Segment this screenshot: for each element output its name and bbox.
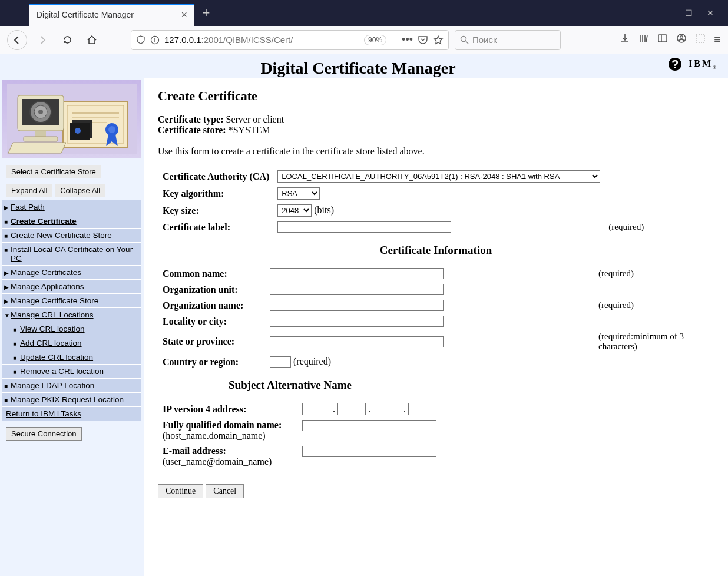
nav-item[interactable]: Return to IBM i Tasks xyxy=(2,407,141,421)
cancel-button[interactable]: Cancel xyxy=(206,484,244,498)
close-tab-icon[interactable]: × xyxy=(181,9,187,21)
state-label: State or province: xyxy=(159,330,265,353)
ip-oct2[interactable] xyxy=(337,403,366,415)
screenshot-icon[interactable] xyxy=(695,33,706,47)
ip-oct3[interactable] xyxy=(373,403,401,415)
nav-link[interactable]: Return to IBM i Tasks xyxy=(6,409,81,418)
ip-oct1[interactable] xyxy=(302,403,330,415)
nav-link[interactable]: View CRL location xyxy=(20,325,85,333)
svg-point-1 xyxy=(154,38,155,39)
nav-item[interactable]: ■Manage PKIX Request Location xyxy=(2,393,141,407)
collapse-all-button[interactable]: Collapse All xyxy=(55,184,105,197)
ou-input[interactable] xyxy=(270,284,444,295)
nav-link[interactable]: Install Local CA Certificate on Your PC xyxy=(11,245,133,263)
menu-icon[interactable]: ≡ xyxy=(714,33,721,47)
country-input[interactable] xyxy=(270,356,291,368)
email-label: E-mail address: xyxy=(163,446,226,456)
pocket-icon[interactable] xyxy=(418,35,428,45)
fqdn-input[interactable] xyxy=(302,420,436,431)
nav-item[interactable]: ▶Fast Path xyxy=(2,200,141,214)
maximize-icon[interactable]: ☐ xyxy=(685,8,693,18)
ellipsis-icon[interactable]: ••• xyxy=(402,34,413,46)
svg-point-22 xyxy=(38,110,43,114)
nav-link[interactable]: Manage Applications xyxy=(11,282,84,291)
account-icon[interactable] xyxy=(676,33,687,47)
search-icon xyxy=(460,35,469,44)
continue-button[interactable]: Continue xyxy=(158,484,203,498)
loc-input[interactable] xyxy=(270,316,444,327)
ou-label: Organization unit: xyxy=(159,282,265,297)
nav-link[interactable]: Manage CRL Locations xyxy=(11,310,94,319)
bullet-icon: ■ xyxy=(4,219,8,225)
svg-point-3 xyxy=(461,37,466,42)
window-controls: — ☐ ✕ xyxy=(663,8,728,18)
nav-item[interactable]: ▶Manage Certificates xyxy=(2,266,141,280)
reload-button[interactable] xyxy=(58,31,77,49)
nav-item[interactable]: ▶Manage Certificate Store xyxy=(2,294,141,308)
email-input[interactable] xyxy=(302,446,436,457)
help-icon[interactable]: ? xyxy=(669,58,681,71)
address-bar[interactable]: 127.0.0.1:2001/QIBM/ICSS/Cert/ 90% ••• xyxy=(131,30,449,50)
close-window-icon[interactable]: ✕ xyxy=(707,8,714,18)
san-heading: Subject Alternative Name xyxy=(229,379,714,392)
nav-link[interactable]: Remove a CRL location xyxy=(20,367,104,376)
bullet-icon: ■ xyxy=(13,326,16,333)
nav-subitem[interactable]: ■Add CRL location xyxy=(2,336,141,350)
nav-item[interactable]: ■Create New Certificate Store xyxy=(2,229,141,243)
new-tab-button[interactable]: + xyxy=(194,5,218,21)
svg-rect-5 xyxy=(658,35,667,42)
on-input[interactable] xyxy=(270,300,444,311)
svg-line-4 xyxy=(466,41,468,44)
nav-link[interactable]: Fast Path xyxy=(11,203,45,211)
expand-all-button[interactable]: Expand All xyxy=(6,184,52,197)
bullet-icon: ■ xyxy=(4,383,8,389)
nav-link[interactable]: Manage PKIX Request Location xyxy=(11,395,124,404)
search-placeholder: Поиск xyxy=(472,35,497,45)
sidebar-icon[interactable] xyxy=(657,33,668,47)
minimize-icon[interactable]: — xyxy=(663,8,671,18)
svg-rect-9 xyxy=(696,34,704,42)
nav-item[interactable]: ▼Manage CRL Locations xyxy=(2,308,141,322)
cert-label-input[interactable] xyxy=(277,221,451,233)
nav-link[interactable]: Create New Certificate Store xyxy=(11,231,112,240)
ca-select[interactable]: LOCAL_CERTIFICATE_AUTHORITY_06A591T2(1) … xyxy=(277,170,600,183)
zoom-level[interactable]: 90% xyxy=(364,35,386,45)
sidebar: Select a Certificate Store Expand All Co… xyxy=(0,78,144,576)
page-title: Create Certificate xyxy=(158,88,714,104)
keyalg-select[interactable]: RSA xyxy=(277,187,320,200)
nav-item[interactable]: ■Manage LDAP Location xyxy=(2,379,141,393)
nav-subitem[interactable]: ■Update CRL location xyxy=(2,350,141,365)
search-box[interactable]: Поиск xyxy=(455,30,561,50)
cert-info-heading: Certificate Information xyxy=(158,244,714,257)
bookmark-star-icon[interactable] xyxy=(433,35,444,45)
secure-connection-button[interactable]: Secure Connection xyxy=(6,427,82,441)
nav-subitem[interactable]: ■Remove a CRL location xyxy=(2,365,141,379)
nav-link[interactable]: Update CRL location xyxy=(20,353,93,362)
nav-link[interactable]: Create Certificate xyxy=(11,217,77,226)
keysize-select[interactable]: 2048 xyxy=(277,204,312,217)
nav-subitem[interactable]: ■View CRL location xyxy=(2,322,141,336)
home-button[interactable] xyxy=(82,31,101,49)
nav-link[interactable]: Add CRL location xyxy=(20,339,82,347)
nav-link[interactable]: Manage Certificates xyxy=(11,268,81,277)
back-button[interactable] xyxy=(7,30,27,50)
library-icon[interactable] xyxy=(638,33,649,47)
state-input[interactable] xyxy=(270,336,444,347)
browser-tab[interactable]: Digital Certificate Manager × xyxy=(29,4,194,26)
cn-input[interactable] xyxy=(270,268,444,279)
nav-item[interactable]: ▶Manage Applications xyxy=(2,280,141,294)
expand-icon: ▶ xyxy=(4,204,9,211)
ca-label: Certificate Authority (CA) xyxy=(159,168,273,184)
nav-link[interactable]: Manage Certificate Store xyxy=(11,296,98,305)
page-header: Digital Certificate Manager ? IBM® xyxy=(0,54,728,78)
ip-oct4[interactable] xyxy=(408,403,436,415)
nav-link[interactable]: Manage LDAP Location xyxy=(11,381,94,390)
instructions: Use this form to create a certificate in… xyxy=(158,146,714,157)
select-store-button[interactable]: Select a Certificate Store xyxy=(6,165,101,178)
nav-item[interactable]: ■Install Local CA Certificate on Your PC xyxy=(2,243,141,266)
forward-button xyxy=(33,31,52,49)
tab-title: Digital Certificate Manager xyxy=(37,10,134,19)
nav-item[interactable]: ■Create Certificate xyxy=(2,214,141,229)
downloads-icon[interactable] xyxy=(620,33,630,47)
expand-icon: ▼ xyxy=(4,312,10,319)
